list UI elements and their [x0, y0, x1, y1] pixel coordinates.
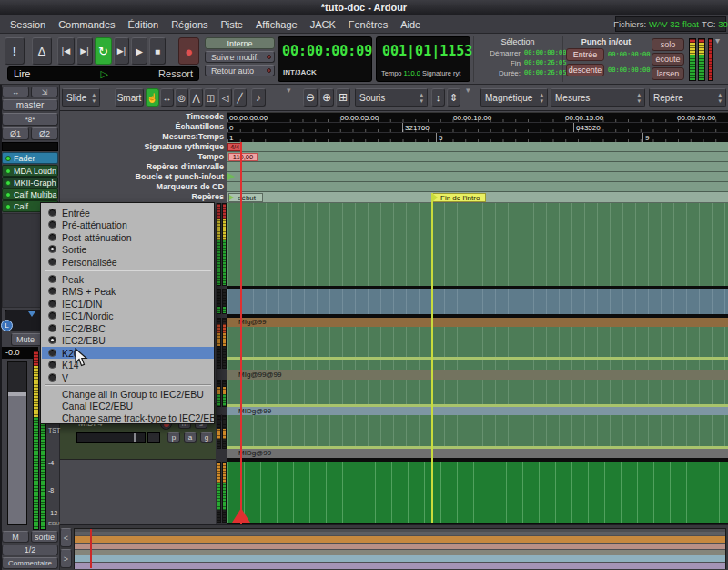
- tool-draw-button[interactable]: ⋀: [189, 88, 203, 107]
- timecode-ruler[interactable]: 00:00:00:00 00:00:05:00 00:00:10:00 00:0…: [228, 112, 728, 122]
- follow-edits-button[interactable]: Suivre modif.: [205, 51, 275, 63]
- grid-unit-select[interactable]: Mesures▴▾: [551, 88, 645, 107]
- punch-in-time[interactable]: 00:00:00:00: [608, 51, 650, 58]
- menu-jack[interactable]: JACK: [304, 19, 342, 30]
- menu-item-post-attenuation[interactable]: Post-atténuation: [42, 231, 214, 243]
- processor-led[interactable]: [5, 180, 11, 186]
- goto-start-button[interactable]: |◀: [57, 37, 75, 65]
- menu-regions[interactable]: Régions: [165, 19, 214, 30]
- playhead-line[interactable]: [240, 142, 242, 524]
- processor-led[interactable]: [5, 204, 11, 209]
- processor-mkii-graph[interactable]: MKII-Graph: [2, 177, 58, 188]
- region-name-bar-1[interactable]: MIg@99: [228, 318, 728, 327]
- region-name-bar-2[interactable]: MIg@99@99: [228, 370, 728, 380]
- zoom-out-button[interactable]: ⊖: [303, 88, 318, 107]
- secondary-clock[interactable]: 001|01|1153 Tempo 110,0 Signature ryt: [376, 36, 470, 82]
- metering-button[interactable]: M: [2, 531, 29, 543]
- summary-overview[interactable]: [74, 528, 726, 569]
- radio-icon[interactable]: [48, 373, 56, 382]
- menu-item-v[interactable]: V: [42, 372, 214, 383]
- punch-out-button[interactable]: descente: [566, 64, 604, 76]
- meter-ruler[interactable]: 4/4: [228, 142, 728, 152]
- tool-note-button[interactable]: ♪: [251, 88, 266, 107]
- selection-start-value[interactable]: 00:00:00:00: [524, 49, 566, 56]
- menu-item-personalisee[interactable]: Personalisée: [42, 256, 214, 268]
- menu-fenetres[interactable]: Fenêtres: [342, 19, 394, 30]
- stop-button[interactable]: ■: [149, 37, 166, 65]
- tool-stretch-button[interactable]: ◫: [204, 88, 217, 107]
- phase-1-button[interactable]: Ø1: [2, 127, 29, 140]
- play-range-button[interactable]: ▶|: [114, 37, 129, 65]
- strip-name-button[interactable]: master: [2, 99, 58, 111]
- radio-icon[interactable]: [48, 311, 56, 320]
- processor-led[interactable]: [5, 168, 11, 174]
- audition-button[interactable]: écoute: [652, 53, 684, 66]
- edit-mode-select[interactable]: Slide▴▾: [62, 88, 100, 107]
- slider-handle[interactable]: [134, 433, 136, 442]
- radio-icon[interactable]: [48, 287, 56, 295]
- strip-expand-button[interactable]: ⇲: [31, 87, 58, 97]
- audio-track-4-region[interactable]: [228, 415, 728, 446]
- range-markers-ruler[interactable]: [228, 162, 728, 172]
- menu-commandes[interactable]: Commandes: [52, 19, 121, 30]
- tool-audition-button[interactable]: ◁: [218, 88, 232, 107]
- menu-item-iec1-nordic[interactable]: IEC1/Nordic: [42, 310, 214, 321]
- snap-mode-select[interactable]: Magnétique▴▾: [480, 88, 548, 107]
- bars-ruler[interactable]: 1 5 9: [228, 132, 728, 142]
- menu-affichage[interactable]: Affichage: [249, 19, 304, 30]
- menu-item-rms-peak[interactable]: RMS + Peak: [42, 285, 214, 297]
- radio-icon[interactable]: [48, 258, 56, 266]
- processor-led[interactable]: [5, 192, 11, 198]
- menu-session[interactable]: Session: [4, 19, 52, 30]
- selection-end-value[interactable]: 00:00:26:05: [524, 59, 566, 66]
- strip-input-button[interactable]: *8*: [2, 113, 58, 126]
- menu-item-k20[interactable]: K20: [42, 347, 214, 359]
- menu-piste[interactable]: Piste: [215, 19, 249, 30]
- region-name-bar-3[interactable]: MIDg@99: [228, 407, 728, 415]
- processor-calf-multiband[interactable]: Calf Multiba: [2, 188, 58, 200]
- marker-fin-intro[interactable]: Fin de l'intro: [432, 193, 486, 202]
- punch-out-time[interactable]: 00:00:00:00: [608, 66, 650, 74]
- track-automation-button[interactable]: a: [184, 432, 197, 443]
- menu-item-change-tracktype[interactable]: Change same track-type to IEC2/EBU: [42, 412, 214, 423]
- punch-in-button[interactable]: Entrée: [566, 48, 604, 61]
- processor-led[interactable]: [5, 156, 11, 161]
- transport-chevron-icon[interactable]: ▾: [715, 36, 720, 46]
- solo-button[interactable]: solo: [652, 38, 684, 51]
- phase-2-button[interactable]: Ø2: [31, 127, 58, 140]
- primary-clock[interactable]: 00:00:00:09 INT/JACK: [278, 36, 372, 82]
- loop-punch-ruler[interactable]: [228, 172, 728, 182]
- menu-item-peak[interactable]: Peak: [42, 273, 214, 285]
- location-markers-ruler[interactable]: début Fin de l'intro: [228, 192, 728, 203]
- radio-icon[interactable]: [48, 300, 56, 308]
- comment-button[interactable]: Commentaire: [2, 557, 58, 569]
- radio-icon[interactable]: [48, 349, 56, 357]
- play-button[interactable]: ▶: [131, 37, 147, 65]
- strip-io-display[interactable]: [2, 142, 58, 151]
- menu-item-entree[interactable]: Entrée: [42, 207, 214, 219]
- region-name-bar-4[interactable]: MIDg@99: [228, 449, 728, 458]
- audio-track-3-region[interactable]: [228, 380, 728, 404]
- track-group-button[interactable]: g: [200, 432, 213, 443]
- audio-track-2b-region[interactable]: [228, 360, 728, 370]
- metronome-button[interactable]: ∆: [32, 37, 52, 65]
- zoom-focus-select[interactable]: Souris▴▾: [355, 88, 428, 107]
- menu-aide[interactable]: Aide: [394, 19, 427, 30]
- audio-track-5-region[interactable]: [228, 462, 728, 523]
- menu-item-k14[interactable]: K14: [42, 359, 214, 371]
- channel-count-button[interactable]: 1/2: [2, 545, 58, 555]
- summary-prev-button[interactable]: <: [60, 528, 72, 547]
- samples-ruler[interactable]: 0 321760 643520: [228, 122, 728, 132]
- zoom-in-button[interactable]: ⊕: [319, 88, 334, 107]
- pan-position-icon[interactable]: [28, 311, 35, 317]
- menu-item-change-group[interactable]: Change all in Group to IEC2/EBU: [42, 388, 214, 400]
- sync-source-button[interactable]: Interne: [205, 37, 275, 49]
- menu-item-iec2-bbc[interactable]: IEC2/BBC: [42, 322, 214, 334]
- menu-edition[interactable]: Édition: [122, 19, 166, 30]
- pan-link-badge[interactable]: L: [1, 320, 13, 331]
- loop-button[interactable]: ↻: [95, 37, 112, 65]
- audio-track-1-region[interactable]: [228, 203, 728, 286]
- radio-icon[interactable]: [48, 233, 56, 241]
- toolbar-chevron2-icon[interactable]: ▾: [466, 86, 470, 95]
- menu-item-iec1-din[interactable]: IEC1/DIN: [42, 298, 214, 310]
